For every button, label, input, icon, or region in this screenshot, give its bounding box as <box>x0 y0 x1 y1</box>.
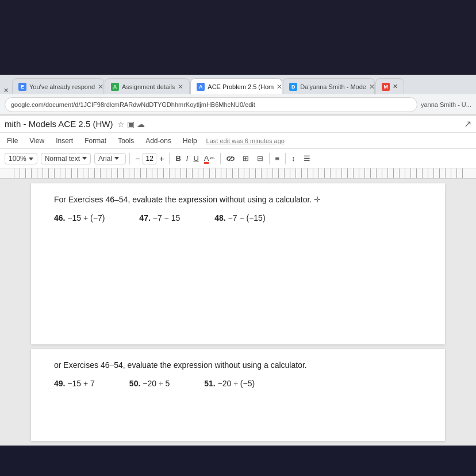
ruler <box>0 168 476 179</box>
exercise-51-num: 51. <box>204 379 215 388</box>
profile-label: yanna Smith - U... <box>421 101 471 108</box>
paragraph-style-value: Normal text <box>45 155 80 163</box>
tab-2-label: Assignment details <box>122 83 175 90</box>
exercise-50-num: 50. <box>129 379 140 388</box>
tab-5[interactable]: M ✕ <box>375 78 404 94</box>
tab-4[interactable]: D Da'yanna Smith - Mode ✕ <box>283 78 375 94</box>
tab-5-close[interactable]: ✕ <box>393 83 398 90</box>
divider-4 <box>269 153 270 164</box>
exercise-49: 49. −15 + 7 <box>54 379 95 388</box>
exercise-51: 51. −20 ÷ (−5) <box>204 379 255 388</box>
tab-4-close[interactable]: ✕ <box>369 83 375 91</box>
address-bar[interactable]: google.com/document/d/1JCIF98rdlcmRARdwN… <box>5 97 417 112</box>
document-page-1: For Exercises 46–54, evaluate the expres… <box>31 183 445 344</box>
exercises-row-1: 46. −15 + (−7) 47. −7 − 15 48. −7 − (−15… <box>54 213 422 222</box>
page1-instruction: For Exercises 46–54, evaluate the expres… <box>54 195 422 204</box>
title-bar: mith - Models ACE 2.5 (HW) ☆ ▣ ☁ ↗ <box>0 116 476 133</box>
style-chevron <box>82 157 87 160</box>
menu-file[interactable]: File <box>5 136 20 146</box>
tab-5-favicon: M <box>382 83 390 91</box>
formatting-toolbar: 100% Normal text Arial − 12 + B I U A ✏ <box>0 149 476 168</box>
tab-1-close[interactable]: ✕ <box>98 83 103 91</box>
menu-insert[interactable]: Insert <box>53 136 75 146</box>
page1-instruction-text: For Exercises 46–54, evaluate the expres… <box>54 195 312 204</box>
bold-button[interactable]: B <box>173 153 183 164</box>
tab-4-label: Da'yanna Smith - Mode <box>300 83 366 90</box>
browser-chrome: ✕ E You've already respond ✕ A Assignmen… <box>0 75 476 116</box>
image-button[interactable]: ⊟ <box>255 153 266 164</box>
font-size-increase[interactable]: + <box>158 154 166 163</box>
list-button[interactable]: ☰ <box>301 153 313 164</box>
ruler-marks <box>9 168 467 178</box>
exercise-48: 48. −7 − (−15) <box>214 213 265 222</box>
paragraph-style-selector[interactable]: Normal text <box>41 153 91 164</box>
link-button[interactable] <box>224 153 237 164</box>
font-size-decrease[interactable]: − <box>133 154 141 163</box>
zoom-value: 100% <box>9 155 26 163</box>
zoom-selector[interactable]: 100% <box>5 153 37 164</box>
font-size-control: − 12 + <box>133 153 166 164</box>
align-button[interactable]: ≡ <box>273 153 282 164</box>
tab-3-favicon: A <box>197 83 205 91</box>
zoom-chevron <box>26 155 33 163</box>
star-icon[interactable]: ☆ <box>117 120 125 129</box>
google-docs-interface: mith - Models ACE 2.5 (HW) ☆ ▣ ☁ ↗ File … <box>0 116 476 179</box>
exercise-50: 50. −20 ÷ 5 <box>129 379 170 388</box>
cloud-icon[interactable]: ☁ <box>137 120 145 129</box>
exercise-47: 47. −7 − 15 <box>139 213 180 222</box>
link-icon <box>227 155 235 163</box>
tab-3-close[interactable]: ✕ <box>277 83 282 91</box>
exercise-46-expr: −15 + (−7) <box>67 213 105 222</box>
tab-2-close[interactable]: ✕ <box>178 83 183 91</box>
tab-3[interactable]: A ACE Problem 2.5 (Hom ✕ <box>190 78 282 94</box>
font-size-value[interactable]: 12 <box>143 153 156 164</box>
document-area: For Exercises 46–54, evaluate the expres… <box>0 179 476 446</box>
move-cursor-icon: ✛ <box>314 195 321 204</box>
format-buttons: B I U A ✏ <box>173 153 216 164</box>
exercise-48-expr: −7 − (−15) <box>228 213 266 222</box>
font-selector[interactable]: Arial <box>94 153 126 164</box>
underline-button[interactable]: U <box>191 153 201 164</box>
exercise-49-expr: −15 + 7 <box>67 379 95 388</box>
file-menu-row: File View Insert Format Tools Add-ons He… <box>0 133 476 149</box>
address-bar-row: google.com/document/d/1JCIF98rdlcmRARdwN… <box>0 94 476 115</box>
exercise-46-num: 46. <box>54 213 65 222</box>
menu-view[interactable]: View <box>27 136 47 146</box>
dark-background <box>0 0 476 75</box>
font-color-pen-icon: ✏ <box>210 155 214 162</box>
menu-help[interactable]: Help <box>181 136 199 146</box>
exercise-48-num: 48. <box>214 213 225 222</box>
font-value: Arial <box>98 155 112 163</box>
divider-5 <box>285 153 286 164</box>
tab-2-favicon: A <box>111 83 119 91</box>
exercise-47-num: 47. <box>139 213 150 222</box>
exercise-51-expr: −20 ÷ (−5) <box>218 379 255 388</box>
tab-close-x[interactable]: ✕ <box>0 87 12 94</box>
doc-toolbar-icons: ☆ ▣ ☁ <box>117 120 145 129</box>
divider-2 <box>169 153 170 164</box>
tab-2[interactable]: A Assignment details ✕ <box>105 78 190 94</box>
font-color-button[interactable]: A ✏ <box>202 153 217 164</box>
tab-1[interactable]: E You've already respond ✕ <box>12 78 104 94</box>
exercise-47-expr: −7 − 15 <box>153 213 181 222</box>
tab-4-favicon: D <box>289 83 297 91</box>
divider-1 <box>129 153 130 164</box>
page2-instruction-text: or Exercises 46–54, evaluate the express… <box>54 360 307 370</box>
exercise-49-num: 49. <box>54 379 65 388</box>
menu-format[interactable]: Format <box>82 136 109 146</box>
document-page-2: or Exercises 46–54, evaluate the express… <box>31 349 445 441</box>
menu-tools[interactable]: Tools <box>116 136 136 146</box>
menu-addons[interactable]: Add-ons <box>143 136 174 146</box>
comment-button[interactable]: ⊞ <box>240 153 251 164</box>
font-color-label: A <box>204 154 209 163</box>
line-spacing-button[interactable]: ↕ <box>289 153 298 164</box>
last-edit-status: Last edit was 6 minutes ago <box>206 137 285 144</box>
font-chevron <box>114 157 119 160</box>
doc-title: mith - Models ACE 2.5 (HW) <box>5 119 113 129</box>
exercises-row-2: 49. −15 + 7 50. −20 ÷ 5 51. −20 ÷ (−5) <box>54 379 422 388</box>
tab-1-favicon: E <box>18 83 26 91</box>
drive-icon[interactable]: ▣ <box>127 120 135 129</box>
expand-icon[interactable]: ↗ <box>464 118 471 129</box>
tab-bar: ✕ E You've already respond ✕ A Assignmen… <box>0 75 476 94</box>
italic-button[interactable]: I <box>184 153 191 164</box>
